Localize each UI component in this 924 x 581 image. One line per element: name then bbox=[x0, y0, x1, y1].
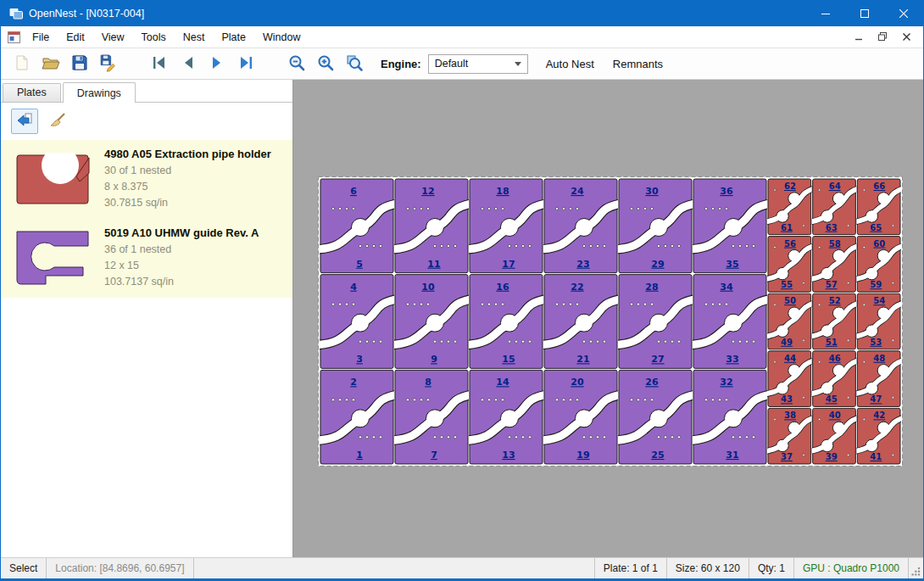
purple-part-pair[interactable]: 3029 bbox=[615, 179, 696, 273]
svg-text:50: 50 bbox=[784, 296, 796, 305]
nest-canvas[interactable]: 6512111817242330293635431091615222128273… bbox=[293, 80, 923, 557]
child-restore-button[interactable] bbox=[872, 29, 893, 46]
menu-tools[interactable]: Tools bbox=[133, 26, 175, 47]
menu-view[interactable]: View bbox=[93, 26, 133, 47]
red-part-pair[interactable]: 5655 bbox=[764, 237, 815, 293]
child-minimize-button[interactable] bbox=[849, 29, 869, 46]
purple-part-pair[interactable]: 1211 bbox=[391, 179, 472, 273]
red-part-pair[interactable]: 4039 bbox=[809, 408, 860, 464]
red-part-pair[interactable]: 5251 bbox=[809, 293, 860, 349]
purple-part-pair[interactable]: 87 bbox=[391, 370, 472, 464]
engine-label: Engine: bbox=[381, 58, 421, 70]
svg-text:47: 47 bbox=[870, 394, 882, 404]
plate-svg[interactable]: 6512111817242330293635431091615222128273… bbox=[318, 176, 903, 466]
save-as-button[interactable] bbox=[94, 51, 123, 76]
sidebar: Plates Drawings bbox=[1, 80, 293, 557]
nav-first-button[interactable] bbox=[145, 51, 174, 76]
nav-prev-icon bbox=[179, 53, 198, 75]
app-window: OpenNest - [N0317-004] File Edit View To… bbox=[0, 0, 924, 581]
zoom-in-button[interactable] bbox=[311, 51, 340, 76]
engine-select[interactable]: Default bbox=[428, 54, 528, 74]
zoom-out-button[interactable] bbox=[282, 51, 311, 76]
red-part-pair[interactable]: 6059 bbox=[853, 237, 903, 293]
red-part-pair[interactable]: 4645 bbox=[809, 351, 860, 407]
red-part-pair[interactable]: 5049 bbox=[764, 293, 815, 349]
replace-drawing-button[interactable] bbox=[11, 109, 38, 134]
open-button[interactable] bbox=[36, 51, 65, 76]
svg-text:26: 26 bbox=[645, 377, 659, 388]
purple-part-pair[interactable]: 43 bbox=[318, 275, 398, 369]
red-part-pair[interactable]: 6261 bbox=[764, 179, 815, 235]
svg-text:9: 9 bbox=[431, 354, 437, 365]
svg-text:46: 46 bbox=[829, 354, 841, 363]
svg-text:15: 15 bbox=[502, 354, 515, 365]
svg-text:11: 11 bbox=[427, 259, 440, 270]
drawing-size: 12 x 15 bbox=[104, 258, 259, 274]
maximize-button[interactable] bbox=[845, 1, 884, 26]
nav-next-button[interactable] bbox=[203, 51, 231, 76]
menu-file[interactable]: File bbox=[24, 26, 58, 47]
purple-part-pair[interactable]: 3433 bbox=[689, 275, 771, 369]
purple-part-pair[interactable]: 2827 bbox=[615, 275, 696, 369]
svg-text:16: 16 bbox=[496, 282, 509, 293]
save-as-icon bbox=[99, 53, 118, 75]
zoom-out-icon bbox=[287, 53, 306, 75]
svg-text:38: 38 bbox=[784, 411, 796, 420]
svg-text:14: 14 bbox=[496, 377, 509, 388]
svg-text:27: 27 bbox=[651, 354, 664, 365]
new-button[interactable] bbox=[8, 51, 36, 76]
tab-plates[interactable]: Plates bbox=[3, 83, 61, 102]
nav-next-icon bbox=[208, 53, 226, 75]
menu-edit[interactable]: Edit bbox=[58, 26, 93, 47]
purple-part-pair[interactable]: 21 bbox=[318, 370, 398, 464]
close-button[interactable] bbox=[884, 1, 923, 26]
purple-part-pair[interactable]: 3635 bbox=[689, 179, 771, 273]
save-button[interactable] bbox=[65, 51, 94, 76]
red-part-pair[interactable]: 4443 bbox=[764, 351, 815, 407]
svg-text:65: 65 bbox=[870, 223, 882, 232]
purple-part-pair[interactable]: 3231 bbox=[689, 370, 771, 464]
menu-bar: File Edit View Tools Nest Plate Window bbox=[1, 26, 923, 48]
zoom-fit-button[interactable] bbox=[340, 51, 369, 76]
purple-part-pair[interactable]: 1615 bbox=[465, 275, 547, 369]
menu-plate[interactable]: Plate bbox=[213, 26, 254, 47]
nav-last-button[interactable] bbox=[231, 51, 260, 76]
svg-text:12: 12 bbox=[421, 186, 434, 197]
restore-icon bbox=[878, 31, 887, 43]
red-part-pair[interactable]: 6665 bbox=[853, 179, 903, 235]
purple-part-pair[interactable]: 2423 bbox=[540, 179, 621, 273]
svg-text:48: 48 bbox=[873, 354, 885, 363]
svg-text:28: 28 bbox=[645, 282, 658, 293]
replace-drawing-icon bbox=[15, 111, 34, 132]
clean-button[interactable] bbox=[45, 109, 72, 134]
red-part-pair[interactable]: 4241 bbox=[853, 408, 903, 464]
child-close-button[interactable] bbox=[896, 29, 916, 46]
purple-part-pair[interactable]: 65 bbox=[318, 179, 398, 273]
list-item[interactable]: 5019 A10 UHMW guide Rev. A 36 of 1 neste… bbox=[1, 219, 292, 298]
svg-text:44: 44 bbox=[784, 354, 796, 363]
purple-part-pair[interactable]: 2019 bbox=[540, 370, 621, 464]
svg-text:6: 6 bbox=[350, 186, 357, 197]
resize-grip-icon[interactable] bbox=[908, 558, 923, 578]
remnants-button[interactable]: Remnants bbox=[604, 51, 672, 76]
list-item[interactable]: 4980 A05 Extraction pipe holder 30 of 1 … bbox=[1, 140, 292, 219]
auto-nest-button[interactable]: Auto Nest bbox=[537, 51, 604, 76]
red-part-pair[interactable]: 5857 bbox=[809, 237, 860, 293]
red-part-pair[interactable]: 4847 bbox=[853, 351, 903, 407]
purple-part-pair[interactable]: 2625 bbox=[615, 370, 696, 464]
menu-window[interactable]: Window bbox=[254, 26, 309, 47]
purple-part-pair[interactable]: 109 bbox=[391, 275, 472, 369]
purple-part-pair[interactable]: 1413 bbox=[465, 370, 547, 464]
zoom-in-icon bbox=[316, 53, 335, 75]
purple-part-pair[interactable]: 2221 bbox=[540, 275, 621, 369]
menu-nest[interactable]: Nest bbox=[175, 26, 214, 47]
red-part-pair[interactable]: 6463 bbox=[809, 179, 860, 235]
red-part-pair[interactable]: 3837 bbox=[764, 408, 815, 464]
minimize-button[interactable] bbox=[806, 1, 845, 26]
red-part-pair[interactable]: 5453 bbox=[853, 293, 903, 349]
tab-drawings[interactable]: Drawings bbox=[63, 82, 136, 103]
nav-prev-button[interactable] bbox=[174, 51, 203, 76]
purple-part-pair[interactable]: 1817 bbox=[465, 179, 547, 273]
window-title: OpenNest - [N0317-004] bbox=[29, 8, 144, 20]
drawing-title: 5019 A10 UHMW guide Rev. A bbox=[104, 226, 259, 239]
